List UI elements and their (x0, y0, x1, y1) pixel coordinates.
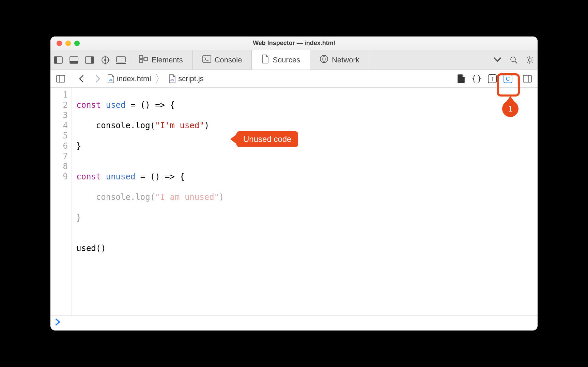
svg-text:T: T (491, 76, 494, 82)
line-number: 5 (50, 131, 68, 141)
tab-network[interactable]: Network (310, 50, 369, 70)
code-line: const used = () => { (76, 100, 224, 110)
tab-sources-label: Sources (273, 56, 300, 64)
svg-text:C: C (506, 76, 510, 82)
titlebar: Web Inspector — index.html (50, 36, 538, 50)
dock-right-icon[interactable] (82, 50, 97, 70)
search-icon[interactable] (506, 50, 522, 70)
console-prompt-strip[interactable] (50, 315, 538, 331)
breadcrumb-index-html[interactable]: <> index.html (107, 74, 151, 83)
console-prompt-icon (55, 318, 61, 328)
code-line-unused: console.log("I am unused") (76, 192, 224, 202)
more-tabs-icon[interactable] (490, 50, 506, 70)
breadcrumb-separator-icon: 〉 (155, 72, 165, 85)
line-number: 9 (50, 172, 68, 182)
svg-rect-1 (54, 57, 57, 63)
window-title: Web Inspector — index.html (50, 40, 538, 47)
minimize-window-button[interactable] (65, 41, 71, 46)
svg-point-22 (528, 59, 531, 61)
unused-code-label: Unused code (236, 131, 298, 147)
dock-left-icon[interactable] (50, 50, 66, 70)
annotation-arrow-icon (230, 134, 236, 144)
tab-console-label: Console (215, 56, 242, 64)
svg-rect-3 (70, 61, 78, 63)
zoom-window-button[interactable] (74, 41, 80, 46)
breadcrumb-index-label: index.html (117, 74, 151, 83)
line-number: 3 (50, 110, 68, 120)
svg-rect-31 (523, 75, 531, 82)
breadcrumb-script-label: script.js (178, 74, 204, 83)
line-number: 2 (50, 100, 68, 110)
tab-elements-label: Elements (152, 56, 183, 64)
close-window-button[interactable] (57, 41, 62, 46)
toggle-details-sidebar-icon[interactable] (521, 72, 534, 86)
network-icon (320, 55, 328, 65)
svg-rect-17 (203, 56, 211, 62)
code-line-unused: } (76, 212, 224, 223)
source-editor[interactable]: 1 2 3 4 5 6 7 8 9 const used = () => { c… (50, 88, 538, 315)
svg-point-9 (104, 59, 106, 61)
source-navbar: <> index.html 〉 JS script.js T C (50, 70, 538, 88)
svg-rect-5 (91, 57, 94, 63)
inspector-tabbar: Elements Console Sources Network (50, 50, 538, 70)
code-coverage-icon[interactable]: C (501, 72, 515, 86)
element-selection-icon[interactable] (97, 50, 113, 70)
nav-forward-icon[interactable] (91, 72, 105, 86)
svg-point-20 (511, 57, 515, 62)
svg-rect-10 (117, 57, 125, 62)
line-number: 4 (50, 120, 68, 131)
sources-icon (262, 55, 269, 65)
web-inspector-window: Web Inspector — index.html (50, 36, 538, 331)
code-line: used() (76, 243, 224, 253)
svg-rect-23 (57, 75, 65, 82)
line-number: 8 (50, 161, 68, 172)
line-number: 6 (50, 141, 68, 151)
code-content[interactable]: const used = () => { console.log("I'm us… (72, 88, 224, 315)
svg-text:JS: JS (170, 78, 174, 82)
line-gutter: 1 2 3 4 5 6 7 8 9 (50, 88, 72, 315)
js-file-icon: JS (169, 74, 176, 83)
svg-rect-13 (139, 60, 143, 62)
code-line: const unused = () => { (76, 172, 224, 182)
tab-network-label: Network (332, 56, 359, 64)
line-number: 7 (50, 151, 68, 161)
dock-bottom-icon[interactable] (66, 50, 82, 70)
file-type-icon[interactable] (454, 72, 468, 86)
device-icon[interactable] (113, 50, 129, 70)
window-controls (50, 41, 80, 46)
svg-line-21 (515, 61, 517, 63)
html-file-icon: <> (107, 74, 115, 83)
tab-elements[interactable]: Elements (129, 50, 193, 70)
code-line: console.log("I'm used") (76, 120, 224, 131)
console-icon (202, 55, 211, 65)
svg-text:<>: <> (109, 78, 113, 82)
settings-gear-icon[interactable] (522, 50, 538, 70)
toggle-navigator-icon[interactable] (54, 72, 67, 86)
breadcrumb-script-js[interactable]: JS script.js (169, 74, 204, 83)
line-number: 1 (50, 90, 68, 100)
svg-rect-12 (139, 56, 143, 58)
tab-console[interactable]: Console (193, 50, 252, 70)
elements-icon (139, 55, 148, 65)
nav-back-icon[interactable] (75, 72, 88, 86)
pretty-print-icon[interactable] (470, 72, 483, 86)
tab-sources[interactable]: Sources (252, 50, 310, 70)
unused-code-annotation: Unused code (230, 131, 298, 147)
code-line: } (76, 141, 224, 151)
type-profiler-icon[interactable]: T (485, 72, 499, 86)
svg-rect-14 (144, 58, 148, 60)
